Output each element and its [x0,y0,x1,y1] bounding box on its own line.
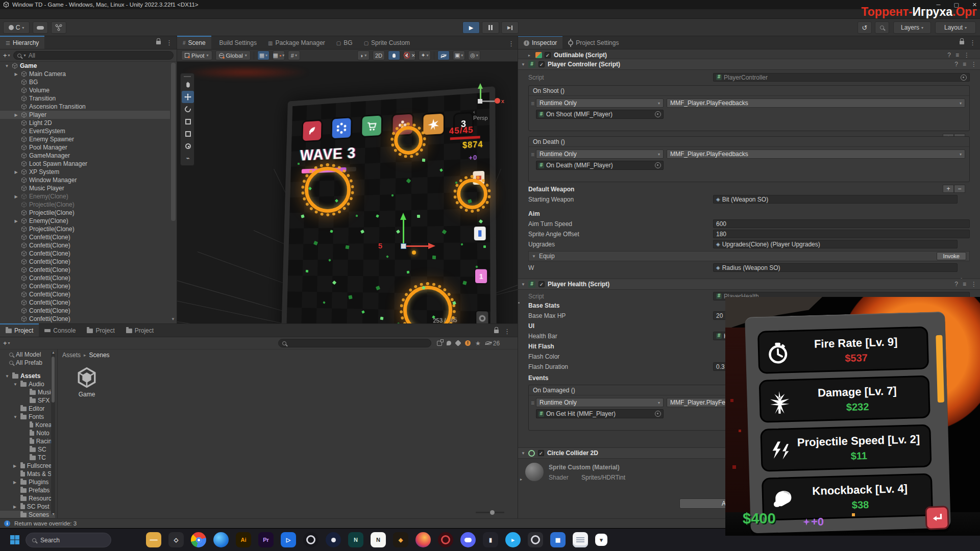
undo-history-button[interactable]: ↺ [857,21,872,34]
layout-dropdown[interactable]: Layout▾ [935,21,976,34]
presets-icon[interactable]: ≡ [955,52,959,59]
confirm-button[interactable] [925,506,949,530]
hierarchy-row[interactable]: BG [0,78,170,86]
lighting-toggle[interactable] [388,51,400,60]
more-icon[interactable]: ⋮ [964,52,970,59]
expand-arrow-icon[interactable]: ▶ [13,219,19,223]
start-button[interactable] [7,532,22,547]
folder-row[interactable]: Editor [0,405,55,413]
asset-item-game[interactable]: Game [71,367,102,398]
script-field[interactable]: # PlayerController [713,73,970,82]
persp-label[interactable]: ‹ Persp [473,109,488,121]
transform-tool-button[interactable] [182,140,194,152]
scroll-up-arrow-icon[interactable]: ▲ [52,350,55,354]
view-tool-button[interactable] [182,79,194,91]
asset-store-icon[interactable] [447,341,451,345]
project-tab[interactable]: Project [120,324,159,337]
breadcrumb-current[interactable]: Scenes [89,352,110,359]
lock-icon[interactable] [960,41,964,44]
hierarchy-row[interactable]: Confetti(Clone) [0,233,170,241]
help-icon[interactable]: ? [954,61,958,68]
expand-arrow-icon[interactable]: ▼ [13,415,18,419]
hierarchy-row[interactable]: Confetti(Clone) [0,307,170,315]
open-asset-icon[interactable] [437,341,442,346]
pause-button[interactable] [482,21,499,34]
folder-row[interactable]: ▶ SC Post E [0,503,55,511]
cloud-button[interactable] [33,21,48,34]
move-tool-button[interactable] [182,91,194,103]
tab-hierarchy[interactable]: ☰Hierarchy [0,36,44,49]
upgrade-damage-button[interactable]: Damage [Lv. 7] $232 [759,375,930,423]
folder-row[interactable]: SC [0,445,55,454]
taskbar-icon-calculator[interactable]: ▦ [550,532,566,547]
folder-row[interactable]: ▼ Audio [0,380,55,388]
component-header-player-controller[interactable]: ▼ # ✓ Player Controller (Script) ?≡⋮ [518,59,980,70]
folder-row[interactable]: Music [0,388,55,396]
expand-arrow-icon[interactable]: ▶ [13,113,19,117]
project-search-input[interactable] [278,339,431,347]
breadcrumb-root[interactable]: Assets [62,352,81,359]
expand-arrow-icon[interactable]: ▶ [13,170,19,174]
hierarchy-row[interactable]: Volume [0,86,170,94]
folder-row[interactable]: TC [0,454,55,462]
foldout-arrow-icon[interactable]: ▼ [521,62,525,67]
taskbar-icon-opera-gx[interactable] [438,532,453,547]
snap-settings-button[interactable]: #▾ [288,51,300,60]
scene-view-tab[interactable]: ▢BG [331,37,358,49]
hierarchy-row[interactable]: ▶ Enemy(Clone) [0,192,170,201]
hierarchy-row[interactable]: ▶ Player [0,111,170,119]
hierarchy-row[interactable]: Confetti(Clone) [0,258,170,266]
taskbar-icon-illustrator[interactable]: Ai [236,532,251,547]
expand-arrow-icon[interactable]: ▶ [13,480,18,485]
label-tag-icon[interactable] [455,340,461,346]
rect-tool-button[interactable] [182,128,194,140]
hidden-count-badge[interactable]: 26 [485,340,500,347]
starting-weapon-field[interactable]: ◈Bit (Weapon SO) [713,195,958,204]
pivot-dropdown[interactable]: Pivot▾ [181,51,212,60]
hierarchy-row[interactable]: Pool Manager [0,143,170,152]
favorite-all-models[interactable]: All Model [0,350,51,359]
event-callback-dropdown[interactable]: MMF_Player.PlayFeedbacks▾ [667,149,965,159]
taskbar-icon-discord[interactable] [460,532,476,547]
rotate-tool-button[interactable] [182,103,194,115]
expand-arrow-icon[interactable]: ▶ [13,464,18,468]
foldout-arrow-icon[interactable]: ▼ [521,451,525,456]
taskbar-icon-overflow[interactable]: ▾ [595,534,607,546]
taskbar-icon-diamond-app[interactable]: ◆ [393,532,408,547]
favorite-all-prefabs[interactable]: All Prefab [0,359,51,367]
hierarchy-row[interactable]: Music Player [0,184,170,192]
scene-visibility-toggle[interactable] [437,51,450,60]
help-icon[interactable]: ? [954,281,958,288]
component-enabled-checkbox[interactable]: ✓ [538,450,544,456]
panel-menu-icon[interactable]: ⋮ [969,39,976,46]
scene-view-tab[interactable]: #Scene [177,36,211,49]
breadcrumb[interactable]: Assets ▸ Scenes [62,352,110,359]
gizmos-dropdown[interactable]: ◎▾ [468,51,480,60]
scene-view-tab[interactable]: ▥Package Manager [262,37,331,49]
material-preview-sphere[interactable] [525,463,544,481]
component-enabled-checkbox[interactable]: ✓ [545,52,551,58]
hierarchy-scrollbar[interactable] [171,63,176,221]
shader-value[interactable]: Sprites/HDRTint [581,474,625,481]
event-target-field[interactable]: # On Shoot (MMF_Player) [536,110,664,119]
scene-view-tab[interactable]: ▢Sprite Custom [358,37,415,49]
hierarchy-row[interactable]: Projectile(Clone) [0,201,170,209]
event-callback-dropdown[interactable]: MMF_Player.PlayFeedbacks▾ [667,98,965,108]
scene-canvas[interactable]: 3 WAVE 3 45/45 $874 +0 1 ^ [177,62,518,323]
component-header-player-health[interactable]: ▼ # ✓ Player Health (Script) ?≡⋮ [518,279,980,290]
hierarchy-row[interactable]: Ascension Transition [0,103,170,111]
invoke-button[interactable]: Invoke [937,252,966,260]
expand-arrow-icon[interactable]: ▼ [13,382,18,387]
taskbar-search[interactable]: Search [26,533,111,547]
foldout-arrow-icon[interactable]: ▼ [521,282,525,287]
add-event-button[interactable]: + [943,185,954,193]
folder-row[interactable]: ▶ Plugins [0,478,55,486]
taskbar-icon-firefox[interactable] [415,532,431,547]
hierarchy-row[interactable]: ▶ XP System [0,168,170,176]
folder-row[interactable]: Racing [0,437,55,445]
project-tab[interactable]: Project [0,323,39,337]
object-picker-icon[interactable] [655,162,661,168]
hierarchy-row[interactable]: EventSystem [0,127,170,135]
panel-scroll-indicator[interactable] [936,335,944,403]
taskbar-icon-app-n[interactable]: N [348,532,363,547]
